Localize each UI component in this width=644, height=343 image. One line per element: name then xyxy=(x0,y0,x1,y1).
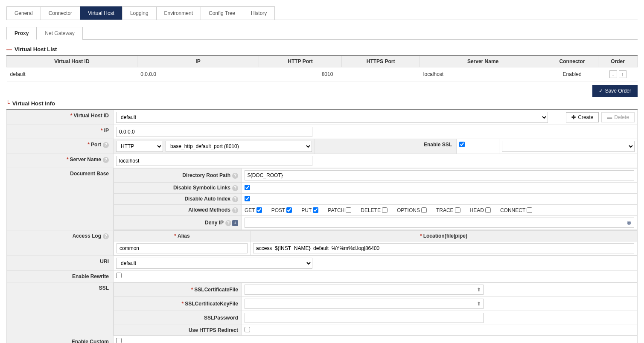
label-ip: IP xyxy=(104,128,109,134)
col-connector: Connector xyxy=(546,55,598,67)
upload-icon[interactable]: ⬆ xyxy=(477,301,481,307)
deny-ip-input[interactable] xyxy=(245,218,634,228)
help-icon[interactable]: ? xyxy=(232,173,238,179)
method-put-label: PUT xyxy=(301,207,312,213)
tab-virtual-host[interactable]: Virtual Host xyxy=(80,6,122,20)
ip-input[interactable] xyxy=(116,127,312,137)
subtab-net-gateway[interactable]: Net Gateway xyxy=(37,27,82,40)
label-ssl-password: SSLPassword xyxy=(204,315,238,321)
subtab-proxy[interactable]: Proxy xyxy=(6,27,37,40)
help-icon[interactable]: ? xyxy=(103,142,109,148)
vhost-list-header: — Virtual Host List xyxy=(6,46,638,52)
tab-environment[interactable]: Environment xyxy=(156,6,201,20)
dir-root-input[interactable] xyxy=(245,170,634,180)
help-icon[interactable]: ? xyxy=(103,157,109,163)
check-icon: ✓ xyxy=(599,88,603,94)
protocol-select[interactable]: HTTP xyxy=(116,141,163,152)
label-alias: Alias xyxy=(178,233,190,239)
tab-connector[interactable]: Connector xyxy=(41,6,80,20)
enable-rewrite-checkbox[interactable] xyxy=(116,273,122,278)
method-head-checkbox[interactable] xyxy=(485,207,491,213)
method-delete-checkbox[interactable] xyxy=(382,207,388,213)
method-post-label: POST xyxy=(271,207,286,213)
location-input[interactable] xyxy=(253,243,634,253)
cell-http: 8010 xyxy=(259,67,342,81)
method-patch-checkbox[interactable] xyxy=(346,207,351,213)
vhost-list-title: Virtual Host List xyxy=(15,46,57,52)
allowed-methods: GET POST PUT PATCH DELETE OPTIONS TRACE … xyxy=(245,207,634,213)
clear-icon[interactable]: ⊗ xyxy=(627,219,632,226)
tab-config-tree[interactable]: Config Tree xyxy=(201,6,243,20)
delete-button[interactable]: ▬Delete xyxy=(601,112,635,122)
col-https-port: HTTPS Port xyxy=(341,55,420,67)
https-redirect-checkbox[interactable] xyxy=(245,327,250,332)
disable-sym-checkbox[interactable] xyxy=(245,185,250,190)
col-http-port: HTTP Port xyxy=(259,55,342,67)
cell-server: localhost xyxy=(420,67,546,81)
col-server-name: Server Name xyxy=(420,55,546,67)
help-icon[interactable]: ? xyxy=(225,220,231,226)
expand-icon[interactable]: └ xyxy=(6,100,10,107)
upload-icon[interactable]: ⬆ xyxy=(477,287,481,293)
ssl-select[interactable] xyxy=(502,141,635,152)
label-server-name: Server Name xyxy=(70,157,101,163)
collapse-icon[interactable]: — xyxy=(6,46,12,52)
label-ssl: SSL xyxy=(99,285,109,291)
save-order-button[interactable]: ✓Save Order xyxy=(592,85,638,97)
plus-icon: ✚ xyxy=(571,114,576,120)
col-ip: IP xyxy=(137,55,259,67)
vhost-info-header: └ Virtual Host Info xyxy=(6,100,638,107)
help-icon[interactable]: ? xyxy=(232,196,238,202)
main-tabs: General Connector Virtual Host Logging E… xyxy=(6,6,638,20)
table-row[interactable]: default 0.0.0.0 8010 localhost Enabled ↓… xyxy=(7,67,638,81)
add-deny-ip-button[interactable]: + xyxy=(232,220,238,226)
label-location: Location(file|pipe) xyxy=(423,233,467,239)
enable-ssl-checkbox[interactable] xyxy=(459,142,465,147)
label-deny-ip: Deny IP xyxy=(205,220,224,226)
method-options-label: OPTIONS xyxy=(397,207,420,213)
vhost-list-table: Virtual Host ID IP HTTP Port HTTPS Port … xyxy=(6,55,638,81)
method-get-checkbox[interactable] xyxy=(256,207,262,213)
method-trace-label: TRACE xyxy=(436,207,454,213)
label-uri: URI xyxy=(100,259,109,265)
label-disable-auto: Disable Auto Index xyxy=(184,196,230,202)
tab-logging[interactable]: Logging xyxy=(122,6,157,20)
method-post-checkbox[interactable] xyxy=(286,207,292,213)
cell-id: default xyxy=(7,67,137,81)
help-icon[interactable]: ? xyxy=(103,233,109,239)
col-vhost-id: Virtual Host ID xyxy=(7,55,137,67)
label-cert-file: SSLCertificateFile xyxy=(194,287,238,293)
cert-file-input[interactable] xyxy=(245,285,484,295)
label-allowed: Allowed Methods xyxy=(188,207,230,213)
order-down-button[interactable]: ↓ xyxy=(609,70,617,78)
uri-select[interactable]: default xyxy=(116,258,312,269)
port-select[interactable]: base_http_default_port (8010) xyxy=(166,141,312,152)
tab-general[interactable]: General xyxy=(6,6,41,20)
ssl-password-input[interactable] xyxy=(245,313,484,323)
disable-auto-checkbox[interactable] xyxy=(245,196,250,201)
minus-icon: ▬ xyxy=(607,114,612,120)
tab-history[interactable]: History xyxy=(243,6,275,20)
create-button[interactable]: ✚Create xyxy=(566,112,599,122)
method-trace-checkbox[interactable] xyxy=(455,207,460,213)
vhost-id-select[interactable]: default xyxy=(116,112,548,123)
enable-custom-checkbox[interactable] xyxy=(116,338,122,343)
method-put-checkbox[interactable] xyxy=(313,207,318,213)
label-dir-root: Directory Root Path xyxy=(182,172,230,178)
server-name-input[interactable] xyxy=(116,156,312,166)
cell-https xyxy=(341,67,420,81)
label-enable-ssl: Enable SSL xyxy=(424,142,452,148)
label-port: Port xyxy=(91,142,101,148)
label-enable-rewrite: Enable Rewrite xyxy=(72,273,109,279)
vhost-info-form: *Virtual Host ID default ✚Create ▬Delete… xyxy=(6,109,638,343)
help-icon[interactable]: ? xyxy=(232,185,238,191)
cell-connector: Enabled xyxy=(546,67,598,81)
method-connect-checkbox[interactable] xyxy=(527,207,532,213)
cert-key-file-input[interactable] xyxy=(245,299,484,309)
cell-ip: 0.0.0.0 xyxy=(137,67,259,81)
order-up-button[interactable]: ↑ xyxy=(619,70,627,78)
alias-input[interactable] xyxy=(117,243,248,253)
help-icon[interactable]: ? xyxy=(232,207,238,213)
method-options-checkbox[interactable] xyxy=(421,207,427,213)
col-order: Order xyxy=(598,55,638,67)
